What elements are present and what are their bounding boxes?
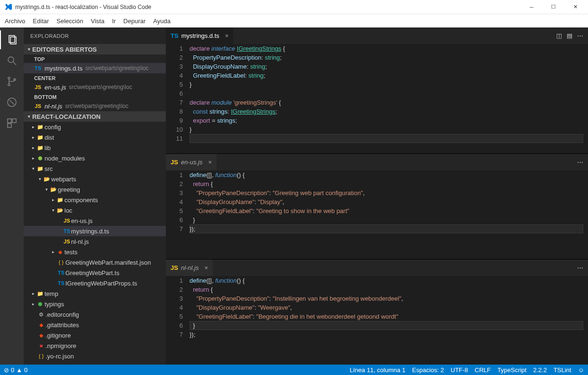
status-encoding[interactable]: UTF-8 [451, 366, 468, 374]
vscode-logo [5, 3, 12, 11]
editor-group-top: TS mystrings.d.ts × ◫ ▤ ⋯ 1234567891011 … [166, 27, 588, 154]
more-icon[interactable]: ⋯ [577, 264, 583, 271]
status-eol[interactable]: CRLF [475, 366, 491, 374]
svg-point-4 [8, 77, 10, 79]
tree-typings[interactable]: ▸⬢typings [24, 299, 166, 309]
close-tab-icon[interactable]: × [208, 159, 212, 166]
tree-config[interactable]: ▸📁config [24, 122, 166, 132]
svg-rect-10 [12, 119, 16, 123]
menu-depurar[interactable]: Depurar [119, 16, 149, 27]
tree-loc[interactable]: ▾📂loc [24, 205, 166, 215]
tree-gwp[interactable]: TSGreetingWebPart.ts [24, 268, 166, 278]
menu-ayuda[interactable]: Ayuda [149, 16, 174, 27]
js-icon: JS [34, 103, 42, 109]
window-title: mystrings.d.ts - react-localization - Vi… [15, 4, 521, 10]
activity-bar [0, 27, 24, 365]
tree-src[interactable]: ▾📁src [24, 163, 166, 174]
ts-icon: TS [34, 65, 42, 71]
file-tree: ▸📁config ▸📁dist ▸📁lib ▸⬢node_modules ▾📁s… [24, 122, 166, 365]
tree-yorc[interactable]: { }.yo-rc.json [24, 351, 166, 361]
menu-editar[interactable]: Editar [29, 16, 53, 27]
menu-archivo[interactable]: Archivo [1, 16, 29, 27]
search-icon[interactable] [0, 51, 24, 70]
ts-icon: TS [171, 32, 179, 39]
code-editor-top[interactable]: 1234567891011 declare interface IGreetin… [166, 44, 588, 143]
status-lang[interactable]: TypeScript [498, 366, 526, 374]
open-editor-enus[interactable]: JS en-us.js src\webparts\greeting\loc [24, 82, 166, 92]
open-editor-mystrings[interactable]: TS mystrings.d.ts src\webparts\greeting\… [24, 63, 166, 73]
tree-dist[interactable]: ▸📁dist [24, 132, 166, 143]
tree-enus[interactable]: JSen-us.js [24, 215, 166, 226]
tree-greeting[interactable]: ▾📂greeting [24, 184, 166, 195]
project-section[interactable]: ▾REACT-LOCALIZATION [24, 111, 166, 122]
open-editor-nlnl[interactable]: JS nl-nl.js src\webparts\greeting\loc [24, 101, 166, 111]
tabs-bottom: JS nl-nl.js × ⋯ [166, 259, 588, 276]
open-editors-section[interactable]: ▾EDITORES ABIERTOS [24, 44, 166, 54]
status-spaces[interactable]: Espacios: 2 [412, 366, 444, 374]
group-center: CENTER [24, 73, 166, 82]
toggle-panel-icon[interactable]: ▤ [567, 32, 572, 39]
menu-bar: Archivo Editar Selección Vista Ir Depura… [0, 14, 588, 27]
split-editor-icon[interactable]: ◫ [556, 32, 562, 39]
status-ts-version[interactable]: 2.2.2 [533, 366, 547, 374]
tree-manifest[interactable]: { }GreetingWebPart.manifest.json [24, 257, 166, 268]
tree-components[interactable]: ▸📁components [24, 195, 166, 205]
editor-group-center: JS en-us.js × ⋯ 1234567 define([], funct… [166, 154, 588, 259]
minimize-button[interactable]: ─ [521, 0, 543, 14]
tree-npmignore[interactable]: ■.npmignore [24, 340, 166, 351]
feedback-icon[interactable]: ☺ [578, 366, 584, 374]
editor-area: TS mystrings.d.ts × ◫ ▤ ⋯ 1234567891011 … [166, 27, 588, 365]
more-icon[interactable]: ⋯ [577, 159, 583, 166]
code-editor-bottom[interactable]: 1234567 define([], function() { return {… [166, 276, 588, 339]
explorer-icon[interactable] [0, 30, 24, 49]
tree-lib[interactable]: ▸📁lib [24, 143, 166, 153]
status-errors[interactable]: ⊘ 0 ▲ 0 [4, 366, 27, 374]
js-icon: JS [171, 159, 178, 166]
svg-point-5 [8, 84, 10, 86]
git-icon[interactable] [0, 72, 24, 91]
status-position[interactable]: Línea 11, columna 1 [350, 366, 406, 374]
extensions-icon[interactable] [0, 114, 24, 133]
code-editor-center[interactable]: 1234567 define([], function() { return {… [166, 170, 588, 233]
tree-mystrings[interactable]: TSmystrings.d.ts [24, 226, 166, 236]
close-button[interactable]: ✕ [564, 0, 586, 14]
svg-line-8 [9, 100, 14, 105]
more-icon[interactable]: ⋯ [577, 32, 583, 39]
group-bottom: BOTTOM [24, 92, 166, 101]
debug-icon[interactable] [0, 93, 24, 112]
tree-node-modules[interactable]: ▸⬢node_modules [24, 153, 166, 163]
status-bar: ⊘ 0 ▲ 0 Línea 11, columna 1 Espacios: 2 … [0, 365, 588, 375]
svg-line-3 [13, 62, 16, 65]
sidebar: EXPLORADOR ▾EDITORES ABIERTOS TOP TS mys… [24, 27, 166, 365]
editor-actions: ◫ ▤ ⋯ [552, 32, 588, 39]
tab-mystrings[interactable]: TS mystrings.d.ts × [166, 27, 233, 44]
tree-nlnl[interactable]: JSnl-nl.js [24, 236, 166, 247]
status-tslint[interactable]: TSLint [553, 366, 571, 374]
svg-rect-9 [8, 119, 11, 123]
tab-enus[interactable]: JS en-us.js × [166, 154, 217, 170]
tree-gitignore[interactable]: ◆.gitignore [24, 330, 166, 340]
menu-vista[interactable]: Vista [87, 16, 109, 27]
editor-group-bottom: JS nl-nl.js × ⋯ 1234567 define([], funct… [166, 259, 588, 365]
tree-editorconfig[interactable]: ⚙.editorconfig [24, 309, 166, 320]
tabs-top: TS mystrings.d.ts × ◫ ▤ ⋯ [166, 27, 588, 44]
svg-rect-11 [8, 124, 11, 127]
tree-tests[interactable]: ▸◆tests [24, 247, 166, 257]
chevron-down-icon: ▾ [26, 114, 32, 119]
tabs-center: JS en-us.js × ⋯ [166, 154, 588, 170]
close-tab-icon[interactable]: × [204, 264, 208, 271]
menu-seleccion[interactable]: Selección [53, 16, 87, 27]
menu-ir[interactable]: Ir [108, 16, 119, 27]
tab-nlnl[interactable]: JS nl-nl.js × [166, 259, 213, 276]
maximize-button[interactable]: ☐ [543, 0, 564, 14]
group-top: TOP [24, 54, 166, 63]
tree-temp[interactable]: ▸📁temp [24, 288, 166, 299]
tree-webparts[interactable]: ▾📂webparts [24, 174, 166, 184]
tree-igwp[interactable]: TSIGreetingWebPartProps.ts [24, 278, 166, 288]
svg-point-2 [8, 57, 14, 62]
title-bar: mystrings.d.ts - react-localization - Vi… [0, 0, 588, 14]
js-icon: JS [171, 264, 178, 271]
tree-gitattr[interactable]: ◆.gitattributes [24, 320, 166, 330]
js-icon: JS [34, 84, 42, 90]
close-tab-icon[interactable]: × [225, 32, 229, 39]
